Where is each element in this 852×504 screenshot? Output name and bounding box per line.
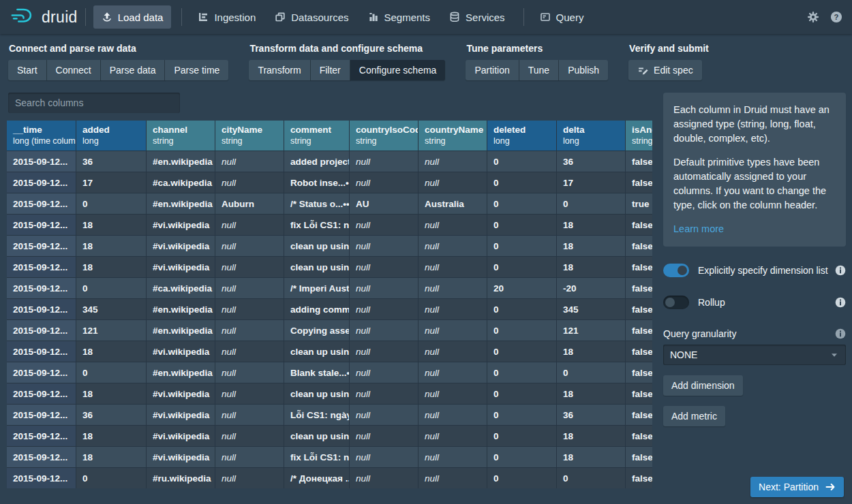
nav-item-datasources[interactable]: Datasources [267,5,356,29]
step-button-transform[interactable]: Transform [249,60,310,80]
callout-paragraph: Each column in Druid must have an assign… [673,103,836,146]
add-metric-button[interactable]: Add metric [663,406,725,426]
info-icon[interactable] [835,265,846,276]
step-button-partition[interactable]: Partition [466,60,519,80]
column-type: string [632,136,652,146]
table-cell: null [419,319,487,341]
gear-icon[interactable] [807,11,819,23]
table-cell: false [626,341,652,362]
table-cell: #en.wikipedia [147,298,215,319]
step-button-parse-data[interactable]: Parse data [101,60,166,80]
table-cell: 0 [487,341,557,362]
column-header-time[interactable]: __timelong (time column) [7,121,76,151]
table-cell: 2015-09-12... [7,235,76,256]
table-cell: 0 [557,193,626,214]
step-button-start[interactable]: Start [8,60,47,80]
table-cell: false [626,319,652,341]
nav-item-segments[interactable]: Segments [360,5,439,29]
table-cell: 2015-09-12... [7,214,76,235]
learn-more-link[interactable]: Learn more [673,223,724,234]
toggle-switch-explicitly-specify-dimension-list[interactable] [663,264,689,277]
table-cell: null [215,235,284,256]
table-cell: 0 [487,319,557,341]
column-header-countryname[interactable]: countryNamestring [419,121,487,151]
table-cell: 18 [557,214,626,235]
table-cell: false [626,235,652,256]
table-cell: #vi.wikipedia [147,214,215,235]
column-header-deleted[interactable]: deletedlong [487,121,557,151]
nav-item-ingestion[interactable]: Ingestion [189,5,264,29]
callout-paragraph: Default primitive types have been automa… [673,155,836,212]
toggle-knob [665,298,675,307]
column-header-delta[interactable]: deltalong [557,121,626,151]
table-cell: 2015-09-12... [7,151,76,172]
table-cell: true [626,193,652,214]
step-button-tune[interactable]: Tune [519,60,559,80]
table-cell: 18 [557,425,626,446]
table-row: 2015-09-12...18#vi.wikipedianullfix Lỗi … [7,446,652,467]
table-cell: null [350,404,419,425]
table-cell: null [215,214,284,235]
druid-logo-icon [10,5,35,29]
column-header-added[interactable]: addedlong [76,121,147,151]
table-cell: 0 [487,193,557,214]
table-cell: 2015-09-12... [7,319,76,341]
table-cell: 18 [76,425,147,446]
table-cell: 0 [487,235,557,256]
query-granularity-select[interactable]: NONE [663,345,846,365]
step-button-filter[interactable]: Filter [311,60,350,80]
table-cell: false [626,383,652,404]
step-group-connect-and-parse-raw-data: Connect and parse raw dataStartConnectPa… [8,43,228,86]
table-cell: Lỗi CS1: ngày... [284,404,350,425]
step-button-label: Edit spec [654,65,693,76]
table-cell: null [215,383,284,404]
nav-item-load-data[interactable]: Load data [93,5,172,29]
table-cell: AU [350,193,419,214]
add-dimension-button[interactable]: Add dimension [663,375,743,396]
nav-item-query[interactable]: Query [532,5,592,29]
column-type: long (time column) [13,136,76,146]
column-header-channel[interactable]: channelstring [147,121,215,151]
nav-item-label: Query [556,12,584,23]
column-type: string [290,136,349,146]
help-icon[interactable]: ? [830,11,842,23]
column-type: long [82,136,146,146]
info-icon[interactable] [835,297,846,308]
toggle-row-rollup: Rollup [663,296,846,309]
step-button-publish[interactable]: Publish [559,60,608,80]
table-row: 2015-09-12...121#en.wikipedianullCopying… [7,319,652,341]
nav-item-services[interactable]: Services [441,5,513,29]
column-header-comment[interactable]: commentstring [284,121,350,151]
step-group-title: Verify and submit [629,43,709,54]
column-type: string [356,136,418,146]
table-cell: 36 [76,151,147,172]
table-cell: null [419,446,487,467]
nav-item-label: Ingestion [214,12,256,23]
info-icon[interactable] [835,328,846,339]
nav-divider [523,8,524,26]
table-cell: 0 [557,362,626,383]
table-row: 2015-09-12...18#vi.wikipedianullclean up… [7,425,652,446]
table-cell: null [350,383,419,404]
nav-divider [181,8,182,26]
step-button-parse-time[interactable]: Parse time [165,60,228,80]
ingestion-icon [198,12,209,22]
column-header-isanonymous[interactable]: isAnonymousstring [626,121,652,151]
table-cell: 345 [557,298,626,319]
table-row: 2015-09-12...18#vi.wikipedianullclean up… [7,235,652,256]
table-row: 2015-09-12...17#ca.wikipedianullRobot in… [7,172,652,193]
next-partition-button[interactable]: Next: Partition [750,477,844,497]
step-button-configure-schema[interactable]: Configure schema [350,60,446,80]
table-cell: Robot inse...••• [284,172,350,193]
svg-text:?: ? [834,13,839,21]
step-button-edit-spec[interactable]: Edit spec [628,60,702,80]
search-columns-input[interactable] [8,93,180,113]
column-header-cityname[interactable]: cityNamestring [215,121,284,151]
step-button-connect[interactable]: Connect [47,60,101,80]
column-header-countryisocode[interactable]: countryIsoCodestring [350,121,419,151]
toggle-switch-rollup[interactable] [663,296,689,309]
druid-brand[interactable]: druid [10,5,78,29]
query-granularity-label: Query granularity [663,328,736,339]
table-row: 2015-09-12...0#en.wikipedianullBlank sta… [7,362,652,383]
table-cell: null [215,277,284,298]
